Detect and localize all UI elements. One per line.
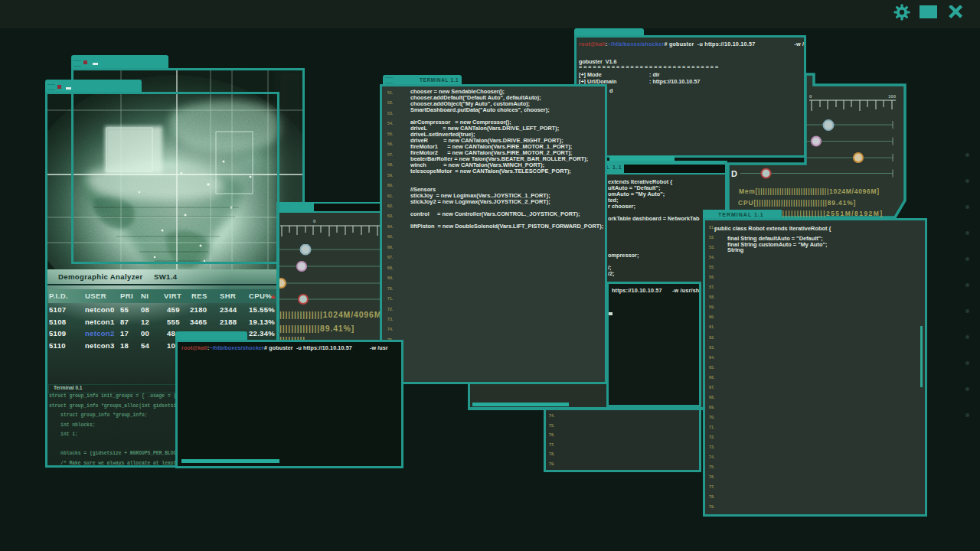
svg-text:100: 100 <box>888 94 897 99</box>
svg-text:D: D <box>731 169 737 178</box>
